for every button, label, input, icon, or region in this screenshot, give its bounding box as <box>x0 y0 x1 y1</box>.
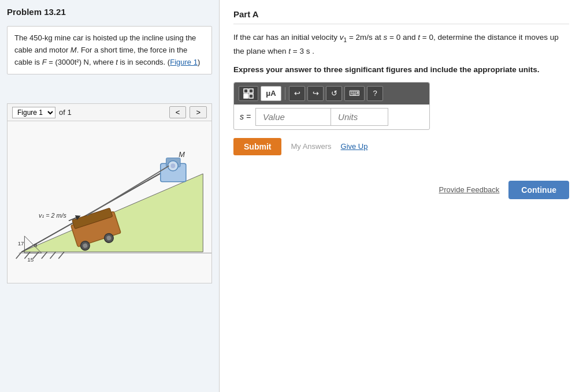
description-text-3: = (3000t²) N, where <box>47 58 116 66</box>
figure-select[interactable]: Figure 1 <box>12 107 55 118</box>
figure-header: Figure 1 of 1 < > <box>8 104 211 121</box>
problem-text: If the car has an initial velocity v1 = … <box>233 31 569 58</box>
svg-rect-31 <box>249 94 253 98</box>
grid-icon <box>243 88 254 99</box>
problem-title: Problem 13.21 <box>7 7 212 17</box>
svg-rect-30 <box>244 94 248 98</box>
keyboard-button[interactable]: ⌨ <box>344 86 365 101</box>
action-row: Submit My Answers Give Up <box>233 138 569 155</box>
description-text-4: is in seconds. ( <box>118 58 170 66</box>
keyboard-icon: ⌨ <box>349 89 360 98</box>
refresh-icon: ↺ <box>331 89 337 98</box>
give-up-link[interactable]: Give Up <box>341 142 368 151</box>
figure-prev-button[interactable]: < <box>169 106 187 118</box>
description-F: F <box>42 58 47 66</box>
continue-button[interactable]: Continue <box>508 181 569 199</box>
description-M: M <box>70 46 77 54</box>
help-icon: ? <box>373 89 377 98</box>
value-input[interactable] <box>255 108 331 126</box>
s-label: s = <box>240 109 255 125</box>
svg-text:15: 15 <box>27 256 34 263</box>
reset-button[interactable]: ↺ <box>326 86 342 101</box>
answer-toolbar: μA ↩ ↪ ↺ ⌨ ? <box>234 83 429 104</box>
figure-link[interactable]: Figure 1 <box>170 58 198 66</box>
redo-button[interactable]: ↪ <box>307 86 324 101</box>
toolbar-separator <box>285 87 285 100</box>
grid-icon-button[interactable] <box>239 86 258 101</box>
undo-icon: ↩ <box>294 89 300 98</box>
bottom-row: Provide Feedback Continue <box>233 181 569 199</box>
bold-instruction: Express your answer to three significant… <box>233 65 569 74</box>
mu-symbol-button[interactable]: μA <box>261 86 281 101</box>
figure-next-button[interactable]: > <box>190 106 207 118</box>
description-end: ) <box>198 58 200 66</box>
figure-of-label: of 1 <box>59 108 72 117</box>
right-panel: Part A If the car has an initial velocit… <box>220 0 583 392</box>
figure-image-area: M v₁ = 2 m/s 17 15 8 <box>8 121 211 283</box>
svg-rect-29 <box>249 89 253 93</box>
submit-button[interactable]: Submit <box>233 138 281 155</box>
answer-input-row: s = <box>234 104 429 129</box>
svg-text:17: 17 <box>18 241 24 247</box>
svg-text:v₁ = 2 m/s: v₁ = 2 m/s <box>39 212 67 219</box>
help-button[interactable]: ? <box>367 86 383 101</box>
part-label: Part A <box>233 9 569 24</box>
my-answers-label: My Answers <box>291 142 331 151</box>
answer-container: μA ↩ ↪ ↺ ⌨ ? <box>233 82 430 130</box>
M-label: M <box>179 150 185 159</box>
redo-icon: ↪ <box>313 89 319 98</box>
svg-text:8: 8 <box>34 242 38 249</box>
left-panel: Problem 13.21 The 450-kg mine car is hoi… <box>0 0 220 392</box>
provide-feedback-link[interactable]: Provide Feedback <box>439 185 500 194</box>
figure-box: Figure 1 of 1 < > <box>7 103 212 283</box>
svg-point-18 <box>170 164 175 169</box>
undo-button[interactable]: ↩ <box>289 86 305 101</box>
problem-description: The 450-kg mine car is hoisted up the in… <box>7 26 212 74</box>
units-input[interactable] <box>331 108 388 126</box>
svg-rect-28 <box>244 89 248 93</box>
mu-symbol: μA <box>266 89 276 98</box>
